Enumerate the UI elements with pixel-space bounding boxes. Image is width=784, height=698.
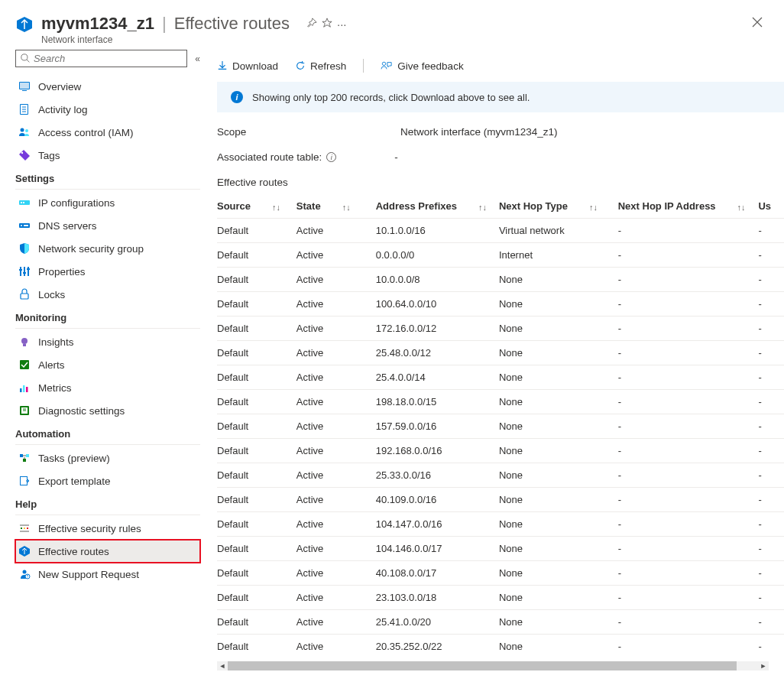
nav-insights[interactable]: Insights <box>15 330 200 353</box>
scroll-right-icon[interactable]: ► <box>758 661 769 670</box>
svg-line-2 <box>27 60 29 62</box>
favorite-icon[interactable] <box>322 18 332 31</box>
sort-icon[interactable]: ↑↓ <box>478 203 487 212</box>
svg-point-12 <box>25 129 28 132</box>
resource-type: Network interface <box>41 34 346 45</box>
effective-routes-table: Source↑↓ State↑↓ Address Prefixes↑↓ Next… <box>217 194 784 658</box>
table-row[interactable]: DefaultActive10.1.0.0/16Virtual network-… <box>217 219 784 243</box>
svg-point-11 <box>21 128 24 132</box>
table-row[interactable]: DefaultActive104.146.0.0/17None-- <box>217 537 784 561</box>
table-row[interactable]: DefaultActive25.33.0.0/16None-- <box>217 463 784 488</box>
table-row[interactable]: DefaultActive25.48.0.0/12None-- <box>217 341 784 365</box>
scroll-left-icon[interactable]: ◄ <box>217 661 228 670</box>
table-row[interactable]: DefaultActive40.109.0.0/16None-- <box>217 488 784 512</box>
nav-export-template[interactable]: Export template <box>15 469 200 492</box>
nav-label: Access control (IAM) <box>38 127 134 138</box>
page-title: Effective routes <box>174 14 290 34</box>
svg-rect-16 <box>23 202 24 203</box>
collapse-sidebar-icon[interactable]: « <box>195 54 200 64</box>
nav-label: Activity log <box>38 104 88 115</box>
column-state[interactable]: State↑↓ <box>296 194 376 219</box>
more-icon[interactable]: ··· <box>337 18 347 31</box>
pin-icon[interactable] <box>306 18 317 31</box>
svg-point-1 <box>21 54 28 60</box>
svg-rect-46 <box>27 528 28 529</box>
nav-locks[interactable]: Locks <box>15 283 200 306</box>
nav-heading-settings: Settings <box>15 167 200 190</box>
svg-rect-30 <box>20 388 22 392</box>
search-input[interactable] <box>15 50 187 67</box>
routes-icon <box>18 545 31 557</box>
svg-point-50 <box>23 570 27 574</box>
nav-label: Effective security rules <box>38 523 141 534</box>
nav-dns-servers[interactable]: DNS servers <box>15 214 200 237</box>
nav-metrics[interactable]: Metrics <box>15 376 200 399</box>
table-row[interactable]: DefaultActive198.18.0.0/15None-- <box>217 390 784 414</box>
nav-effective-security-rules[interactable]: Effective security rules <box>15 517 200 540</box>
nav-label: Effective routes <box>38 546 109 557</box>
nav-effective-routes[interactable]: Effective routes <box>15 540 200 563</box>
column-us[interactable]: Us <box>758 194 784 219</box>
table-row[interactable]: DefaultActive192.168.0.0/16None-- <box>217 439 784 463</box>
close-icon[interactable] <box>746 14 769 31</box>
nav-diagnostic-settings[interactable]: Diagnostic settings <box>15 399 200 422</box>
sort-icon[interactable]: ↑↓ <box>342 203 351 212</box>
svg-rect-15 <box>21 202 22 203</box>
tag-icon <box>18 149 31 161</box>
nav-label: Overview <box>38 81 81 93</box>
nav-label: Tags <box>38 150 60 161</box>
nav-overview[interactable]: Overview <box>15 75 200 98</box>
export-icon <box>18 475 31 487</box>
table-row[interactable]: DefaultActive0.0.0.0/0Internet-- <box>217 243 784 268</box>
table-row[interactable]: DefaultActive104.147.0.0/16None-- <box>217 512 784 537</box>
dns-icon <box>18 219 31 232</box>
column-next-hop-type[interactable]: Next Hop Type↑↓ <box>499 194 618 219</box>
nav-heading-help: Help <box>15 492 200 515</box>
table-row[interactable]: DefaultActive40.108.0.0/17None-- <box>217 561 784 586</box>
nav-ip-configurations[interactable]: IP configurations <box>15 191 200 214</box>
table-row[interactable]: DefaultActive157.59.0.0/16None-- <box>217 414 784 439</box>
table-row[interactable]: DefaultActive10.0.0.0/8None-- <box>217 268 784 292</box>
nav-alerts[interactable]: Alerts <box>15 353 200 376</box>
nav-nsg[interactable]: Network security group <box>15 237 200 260</box>
svg-rect-5 <box>22 90 27 91</box>
table-row[interactable]: DefaultActive25.41.0.0/20None-- <box>217 610 784 635</box>
alert-icon <box>18 359 31 371</box>
table-row[interactable]: DefaultActive25.4.0.0/14None-- <box>217 365 784 390</box>
svg-point-27 <box>21 338 28 344</box>
svg-point-13 <box>21 152 23 154</box>
svg-rect-19 <box>24 225 28 226</box>
download-button[interactable]: Download <box>217 60 278 72</box>
resource-name: myvm1234_z1 <box>41 14 154 34</box>
nav-activity-log[interactable]: Activity log <box>15 98 200 121</box>
column-source[interactable]: Source↑↓ <box>217 194 296 219</box>
horizontal-scrollbar[interactable]: ◄ ► <box>217 661 784 670</box>
feedback-button[interactable]: Give feedback <box>381 60 463 72</box>
refresh-button[interactable]: Refresh <box>295 60 346 72</box>
svg-rect-25 <box>27 268 30 270</box>
tasks-icon <box>18 452 31 464</box>
table-row[interactable]: DefaultActive23.103.0.0/18None-- <box>217 586 784 610</box>
log-icon <box>18 103 31 115</box>
sort-icon[interactable]: ↑↓ <box>589 203 598 212</box>
sort-icon[interactable]: ↑↓ <box>737 203 746 212</box>
svg-rect-4 <box>20 83 29 89</box>
associated-route-table-label: Associated route table: <box>217 151 322 163</box>
info-help-icon[interactable]: i <box>326 152 336 162</box>
column-address-prefixes[interactable]: Address Prefixes↑↓ <box>376 194 499 219</box>
sort-icon[interactable]: ↑↓ <box>272 203 280 212</box>
nav-label: Diagnostic settings <box>38 405 125 417</box>
bulb-icon <box>18 336 31 348</box>
esr-icon <box>18 522 31 534</box>
nav-access-control[interactable]: Access control (IAM) <box>15 121 200 144</box>
nav-new-support-request[interactable]: ?New Support Request <box>15 563 200 586</box>
ipconfig-icon <box>18 196 31 209</box>
nav-tasks[interactable]: Tasks (preview) <box>15 446 200 469</box>
table-row[interactable]: DefaultActive20.35.252.0/22None-- <box>217 635 784 659</box>
nav-properties[interactable]: Properties <box>15 260 200 283</box>
nav-tags[interactable]: Tags <box>15 144 200 167</box>
column-next-hop-ip[interactable]: Next Hop IP Address↑↓ <box>618 194 759 219</box>
table-row[interactable]: DefaultActive172.16.0.0/12None-- <box>217 317 784 341</box>
table-row[interactable]: DefaultActive100.64.0.0/10None-- <box>217 292 784 317</box>
shield-icon <box>18 242 31 255</box>
